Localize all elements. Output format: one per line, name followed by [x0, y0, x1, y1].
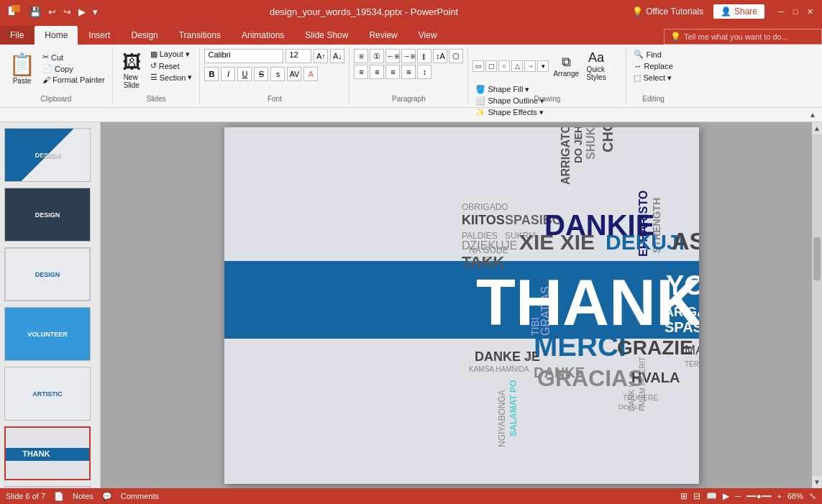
normal-view-btn[interactable]: ⊞	[680, 491, 688, 501]
present-qa-btn[interactable]: ▶	[76, 5, 88, 19]
number-list-btn[interactable]: ①	[370, 49, 384, 63]
shadow-button[interactable]: s	[270, 67, 285, 81]
cols-btn[interactable]: ⫿	[417, 49, 431, 63]
convert-smartart-btn[interactable]: ⬡	[449, 49, 463, 63]
close-button[interactable]: ✕	[803, 5, 816, 18]
undo-qa-btn[interactable]: ↩	[46, 5, 58, 19]
shape-arrow[interactable]: →	[524, 60, 536, 72]
increase-font-size-btn[interactable]: A↑	[314, 49, 328, 63]
font-color-btn[interactable]: A	[303, 67, 318, 81]
underline-button[interactable]: U	[237, 67, 252, 81]
format-painter-button[interactable]: 🖌 Format Painter	[40, 75, 108, 85]
slide-thumb-2[interactable]: DESIGN	[4, 188, 91, 242]
italic-button[interactable]: I	[221, 67, 235, 81]
scroll-up-arrow[interactable]: ▲	[813, 122, 821, 134]
char-spacing-btn[interactable]: AV	[287, 67, 301, 81]
share-button[interactable]: 👤 Share	[713, 4, 764, 19]
cut-button[interactable]: ✂ Cut	[40, 52, 108, 63]
tab-design[interactable]: Design	[121, 26, 168, 45]
tab-file[interactable]: File	[0, 26, 34, 45]
tab-view[interactable]: View	[408, 26, 447, 45]
justify-btn[interactable]: ≡	[401, 65, 416, 79]
scroll-thumb[interactable]	[813, 237, 821, 280]
bullet-list-btn[interactable]: ≡	[354, 49, 368, 63]
tab-transitions[interactable]: Transitions	[169, 26, 231, 45]
tab-home[interactable]: Home	[35, 26, 78, 45]
tab-slideshow[interactable]: Slide Show	[295, 26, 358, 45]
redo-qa-btn[interactable]: ↪	[61, 5, 73, 19]
arrange-button[interactable]: ⧉ Arrange	[550, 53, 582, 79]
maximize-button[interactable]: □	[789, 5, 802, 18]
more-qa-btn[interactable]: ▾	[91, 5, 100, 19]
decrease-indent-btn[interactable]: ←≡	[385, 49, 400, 63]
svg-text:SHUKRAN: SHUKRAN	[585, 127, 597, 160]
comments-btn[interactable]: Comments	[121, 492, 159, 500]
slide-thumb-4[interactable]: VOLUNTEER	[4, 307, 91, 361]
slide-thumb-6[interactable]: THANK	[4, 426, 91, 480]
align-right-btn[interactable]: ≡	[385, 65, 400, 79]
slide-item-2[interactable]: 2 ☆ DESIGN	[4, 188, 96, 242]
share-label: Share	[734, 6, 757, 17]
line-spacing-btn[interactable]: ↕	[417, 65, 431, 79]
shape-oval[interactable]: ○	[498, 60, 510, 72]
slide-item-3[interactable]: 3 ☆ DESIGN	[4, 247, 96, 301]
slide-sorter-btn[interactable]: ⊟	[693, 491, 700, 501]
save-qa-btn[interactable]: 💾	[27, 5, 43, 19]
zoom-in-btn[interactable]: +	[777, 492, 782, 500]
section-button[interactable]: ☰ Section ▾	[147, 72, 196, 83]
select-button[interactable]: ⬚ Select ▾	[631, 73, 675, 83]
notes-btn[interactable]: Notes	[73, 492, 93, 500]
paragraph-controls: ≡ ① ←≡ →≡ ⫿ ↕A ⬡ ≡ ≡ ≡ ≡ ↕	[354, 49, 463, 94]
tab-review[interactable]: Review	[359, 26, 407, 45]
shape-more[interactable]: ▾	[537, 60, 549, 72]
svg-text:OBRIGADO: OBRIGADO	[462, 202, 508, 212]
tell-me-bar[interactable]: 💡 Tell me what you want to do...	[664, 29, 822, 45]
shape-rounded-rect[interactable]: ▢	[485, 60, 497, 72]
quick-styles-button[interactable]: Aa QuickStyles	[583, 49, 609, 83]
paste-button[interactable]: 📋 Paste	[4, 49, 40, 88]
decrease-font-size-btn[interactable]: A↓	[330, 49, 344, 63]
collapse-ribbon-btn[interactable]: ▲	[806, 111, 819, 119]
tab-animations[interactable]: Animations	[232, 26, 294, 45]
slide-item-5[interactable]: 5 ☆ ARTISTIC	[4, 367, 96, 421]
slide-item-4[interactable]: 4 ☆ VOLUNTEER	[4, 307, 96, 361]
shape-fill-button[interactable]: 🪣 Shape Fill ▾	[472, 84, 609, 95]
reset-button[interactable]: ↺ Reset	[147, 60, 196, 71]
new-slide-button[interactable]: 🖼 NewSlide	[117, 49, 146, 91]
notes-icon: 📄	[54, 492, 64, 501]
scroll-track[interactable]	[812, 134, 822, 476]
bold-button[interactable]: B	[204, 67, 219, 81]
zoom-slider[interactable]: ━━●━━	[746, 492, 772, 501]
slide-thumb-3[interactable]: DESIGN	[4, 247, 91, 301]
scroll-down-arrow[interactable]: ▼	[813, 476, 821, 488]
font-name-row: Calibri 12 A↑ A↓	[204, 49, 344, 63]
increase-indent-btn[interactable]: →≡	[401, 49, 416, 63]
minimize-button[interactable]: ─	[775, 5, 787, 18]
replace-button[interactable]: ↔ Replace	[631, 61, 675, 71]
shape-tri[interactable]: △	[511, 60, 523, 72]
shape-rect[interactable]: ▭	[472, 60, 484, 72]
slide-thumb-1[interactable]: DESIGN	[4, 128, 91, 182]
copy-button[interactable]: 📄 Copy	[40, 63, 108, 74]
align-left-btn[interactable]: ≡	[354, 65, 368, 79]
font-size-input[interactable]: 12	[286, 49, 311, 63]
find-button[interactable]: 🔍 Find	[631, 49, 675, 60]
slide-canvas[interactable]: ARRIGATO DO JEH SHUKRAN CHOUKRAIE OBRIGA…	[224, 127, 699, 484]
layout-button[interactable]: ▦ Layout ▾	[147, 49, 196, 60]
slide-item-6[interactable]: 6 ★ THANK	[4, 426, 96, 480]
reading-view-btn[interactable]: 📖	[706, 491, 717, 501]
text-direction-btn[interactable]: ↕A	[433, 49, 447, 63]
office-tutorials-btn[interactable]: 💡 Office Tutorials	[628, 5, 708, 18]
vertical-scrollbar[interactable]: ▲ ▼	[812, 122, 822, 488]
zoom-out-btn[interactable]: ─	[735, 492, 741, 500]
slide-item-1[interactable]: 1 ☆ DESIGN	[4, 128, 96, 182]
slideshow-btn[interactable]: ▶	[723, 491, 729, 501]
tab-insert[interactable]: Insert	[78, 26, 120, 45]
shape-effects-button[interactable]: ✨ Shape Effects ▾	[472, 107, 609, 118]
align-center-btn[interactable]: ≡	[370, 65, 384, 79]
fit-window-btn[interactable]: ⤡	[809, 491, 816, 501]
strikethrough-button[interactable]: S	[254, 67, 268, 81]
slide-thumb-5[interactable]: ARTISTIC	[4, 367, 91, 421]
font-name-selector[interactable]: Calibri	[204, 49, 283, 63]
drawing-controls: ▭ ▢ ○ △ → ▾ ⧉ Arrange Aa QuickStyles 🪣 S…	[472, 49, 609, 118]
